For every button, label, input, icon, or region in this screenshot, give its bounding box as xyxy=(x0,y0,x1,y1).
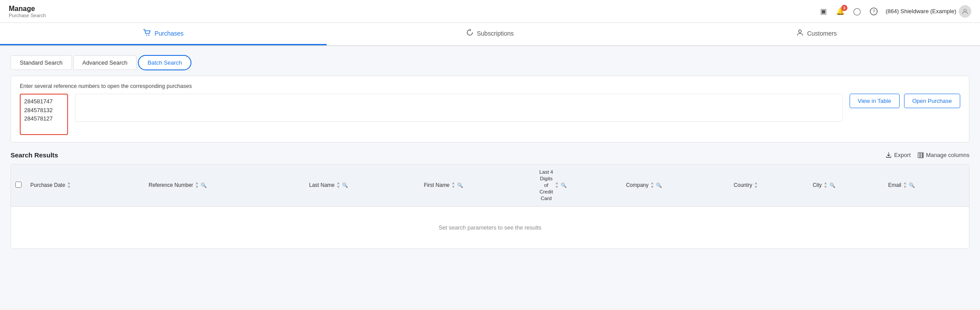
open-purchase-button[interactable]: Open Purchase xyxy=(904,94,960,108)
col-last4-label: Last 4DigitsofCreditCard xyxy=(539,169,553,202)
reference-number-sort[interactable]: ▲▼ xyxy=(195,181,199,189)
col-company: Company ▲▼ 🔍 xyxy=(622,164,729,206)
batch-search-panel: Enter several reference numbers to open … xyxy=(11,76,969,142)
last4-sort[interactable]: ▲▼ xyxy=(555,181,559,189)
monitor-icon[interactable]: ▣ xyxy=(819,7,829,16)
last-name-search-icon[interactable]: 🔍 xyxy=(342,182,348,188)
col-first-name: First Name ▲▼ 🔍 xyxy=(419,164,535,206)
top-header: Manage Purchase Search ▣ 🔔 3 ◯ ? (864) S… xyxy=(0,0,980,23)
help-icon[interactable]: ? xyxy=(869,7,879,16)
col-company-label: Company xyxy=(626,182,649,188)
tab-purchases[interactable]: Purchases xyxy=(0,23,327,45)
subscriptions-icon xyxy=(466,29,473,38)
col-last-name: Last Name ▲▼ 🔍 xyxy=(305,164,419,206)
svg-rect-8 xyxy=(922,153,923,158)
svg-rect-7 xyxy=(920,153,922,158)
manage-columns-button[interactable]: Manage columns xyxy=(918,152,969,158)
email-sort[interactable]: ▲▼ xyxy=(903,181,907,189)
purchases-icon xyxy=(143,29,151,38)
country-sort[interactable]: ▲▼ xyxy=(754,181,758,189)
batch-actions: View in Table Open Purchase xyxy=(850,94,960,108)
notifications-icon[interactable]: 🔔 3 xyxy=(836,7,845,16)
city-search-icon[interactable]: 🔍 xyxy=(829,182,836,188)
col-country: Country ▲▼ xyxy=(729,164,808,206)
notification-badge: 3 xyxy=(841,5,847,11)
col-city-label: City xyxy=(813,182,822,188)
clock-icon[interactable]: ◯ xyxy=(852,7,862,16)
tab-batch-search[interactable]: Batch Search xyxy=(138,55,191,70)
last4-search-icon[interactable]: 🔍 xyxy=(561,182,567,188)
user-info[interactable]: (864) Shieldware (Example) xyxy=(886,5,971,18)
results-table: Purchase Date ▲▼ Reference Number ▲▼ 🔍 xyxy=(11,164,969,248)
svg-point-5 xyxy=(799,30,801,33)
tab-customers[interactable]: Customers xyxy=(653,23,980,45)
user-avatar xyxy=(959,5,971,18)
col-email: Email ▲▼ 🔍 xyxy=(884,164,969,206)
city-sort[interactable]: ▲▼ xyxy=(824,181,828,189)
first-name-sort[interactable]: ▲▼ xyxy=(451,181,455,189)
search-type-tabs: Standard Search Advanced Search Batch Se… xyxy=(11,55,969,70)
svg-point-3 xyxy=(146,35,147,36)
select-all-cell[interactable] xyxy=(11,164,26,206)
export-button[interactable]: Export xyxy=(886,152,911,158)
batch-textarea-spacer xyxy=(75,94,843,122)
purchase-date-sort[interactable]: ▲▼ xyxy=(67,181,71,189)
header-actions: ▣ 🔔 3 ◯ ? (864) Shieldware (Example) xyxy=(819,5,971,18)
batch-search-textarea[interactable]: 284581747 284578132 284578127 xyxy=(20,94,68,135)
tab-customers-label: Customers xyxy=(807,30,837,37)
tab-subscriptions-label: Subscriptions xyxy=(477,30,514,37)
svg-rect-6 xyxy=(918,153,920,158)
search-results-title: Search Results xyxy=(11,151,58,159)
col-last4: Last 4DigitsofCreditCard ▲▼ 🔍 xyxy=(535,164,621,206)
last-name-sort[interactable]: ▲▼ xyxy=(336,181,340,189)
app-title: Manage xyxy=(9,5,46,13)
user-label: (864) Shieldware (Example) xyxy=(886,8,956,15)
results-actions: Export Manage columns xyxy=(886,152,969,158)
export-label: Export xyxy=(894,152,911,158)
tab-standard-search[interactable]: Standard Search xyxy=(11,55,72,70)
col-purchase-date: Purchase Date ▲▼ xyxy=(26,164,144,206)
batch-search-description: Enter several reference numbers to open … xyxy=(20,83,960,89)
select-all-checkbox[interactable] xyxy=(15,182,22,188)
main-content: Standard Search Advanced Search Batch Se… xyxy=(0,46,980,308)
reference-number-search-icon[interactable]: 🔍 xyxy=(201,182,207,188)
batch-search-row: 284581747 284578132 284578127 View in Ta… xyxy=(20,94,960,135)
svg-point-4 xyxy=(148,35,149,36)
svg-point-2 xyxy=(964,9,966,12)
results-table-container: Purchase Date ▲▼ Reference Number ▲▼ 🔍 xyxy=(11,164,969,249)
manage-columns-icon xyxy=(918,152,924,158)
empty-state-row: Set search parameters to see the results xyxy=(11,206,969,248)
tab-subscriptions[interactable]: Subscriptions xyxy=(327,23,653,45)
col-city: City ▲▼ 🔍 xyxy=(808,164,884,206)
col-purchase-date-label: Purchase Date xyxy=(30,182,65,188)
first-name-search-icon[interactable]: 🔍 xyxy=(457,182,463,188)
svg-text:?: ? xyxy=(872,9,875,14)
app-subtitle: Purchase Search xyxy=(9,13,46,18)
col-country-label: Country xyxy=(734,182,752,188)
col-reference-number: Reference Number ▲▼ 🔍 xyxy=(144,164,304,206)
company-sort[interactable]: ▲▼ xyxy=(650,181,654,189)
nav-tabs: Purchases Subscriptions Customers xyxy=(0,23,980,46)
col-reference-number-label: Reference Number xyxy=(148,182,193,188)
search-results-header: Search Results Export Manage columns xyxy=(11,151,969,159)
company-search-icon[interactable]: 🔍 xyxy=(656,182,662,188)
email-search-icon[interactable]: 🔍 xyxy=(909,182,915,188)
table-header-row: Purchase Date ▲▼ Reference Number ▲▼ 🔍 xyxy=(11,164,969,206)
manage-columns-label: Manage columns xyxy=(926,152,969,158)
app-branding: Manage Purchase Search xyxy=(9,5,46,18)
col-email-label: Email xyxy=(888,182,901,188)
customers-icon xyxy=(796,29,803,38)
view-in-table-button[interactable]: View in Table xyxy=(850,94,900,108)
tab-purchases-label: Purchases xyxy=(155,30,184,37)
col-first-name-label: First Name xyxy=(424,182,450,188)
empty-state-message: Set search parameters to see the results xyxy=(11,206,969,248)
tab-advanced-search[interactable]: Advanced Search xyxy=(73,55,137,70)
col-last-name-label: Last Name xyxy=(309,182,335,188)
export-icon xyxy=(886,152,892,158)
